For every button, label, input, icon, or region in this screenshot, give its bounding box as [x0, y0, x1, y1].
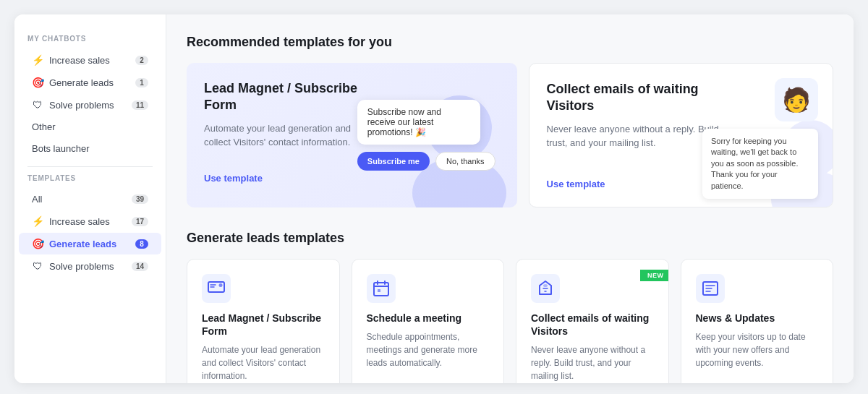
template-card-lead-magnet[interactable]: Lead Magnet / Subscribe Form Automate yo… [187, 259, 340, 383]
template4-title: News & Updates [696, 312, 819, 325]
sidebar-item-increase-sales[interactable]: ⚡ Increase sales 2 [19, 49, 161, 71]
rec-card-collect-emails: Collect emails of waiting Visitors Never… [529, 63, 833, 207]
t-solve-problems-badge: 14 [132, 262, 148, 271]
solve-problems-badge: 11 [132, 100, 148, 110]
svg-rect-7 [378, 289, 380, 292]
template-card-collect-emails[interactable]: NEW Collect emails of waiting Visitors N… [516, 259, 669, 383]
rec-card1-title: Lead Magnet / Subscribe Form [204, 80, 363, 114]
t-solve-problems-label: Solve problems [49, 261, 126, 272]
templates-title: TEMPLATES [14, 174, 166, 188]
no-thanks-button[interactable]: No, thanks [435, 152, 495, 171]
avatar-emoji: 🧑 [782, 86, 811, 114]
template1-title: Lead Magnet / Subscribe Form [202, 312, 325, 338]
recommended-heading: Recommended templates for you [187, 35, 833, 50]
sidebar-item-label: Increase sales [49, 55, 129, 66]
sorry-bubble: Sorry for keeping you waiting, we'll get… [702, 129, 818, 199]
rec-card2-title: Collect emails of waiting Visitors [547, 81, 735, 115]
template2-desc: Schedule appointments, meetings and gene… [367, 330, 490, 369]
template-card-schedule-meeting[interactable]: Schedule a meeting Schedule appointments… [352, 259, 505, 383]
app-container: MY CHATBOTS ⚡ Increase sales 2 🎯 Generat… [14, 14, 854, 383]
increase-sales-icon: ⚡ [32, 54, 43, 66]
solve-problems-icon: 🛡 [32, 99, 43, 111]
sidebar-item-templates-solve-problems[interactable]: 🛡 Solve problems 14 [19, 255, 161, 277]
rec-card1-desc: Automate your lead generation and collec… [204, 121, 363, 150]
lead-magnet-icon [202, 274, 231, 303]
t-increase-sales-icon: ⚡ [32, 215, 43, 227]
main-content: Recommended templates for you Lead Magne… [166, 14, 854, 383]
t-increase-sales-label: Increase sales [49, 216, 126, 227]
all-badge: 39 [132, 194, 148, 204]
template4-desc: Keep your visitors up to date with your … [696, 330, 819, 369]
template2-title: Schedule a meeting [367, 312, 490, 325]
sidebar-item-solve-problems[interactable]: 🛡 Solve problems 11 [19, 94, 161, 116]
chat-preview: Subscribe now and receive our latest pro… [357, 100, 495, 171]
svg-point-5 [219, 283, 223, 287]
t-generate-leads-label: Generate leads [49, 239, 129, 249]
my-chatbots-title: MY CHATBOTS [14, 35, 166, 48]
sidebar: MY CHATBOTS ⚡ Increase sales 2 🎯 Generat… [14, 14, 166, 383]
subscribe-me-button[interactable]: Subscribe me [357, 152, 430, 171]
chat-bubble: Subscribe now and receive our latest pro… [357, 100, 480, 145]
generate-leads-icon: 🎯 [32, 77, 43, 88]
waiting-avatar: 🧑 [775, 78, 818, 121]
sidebar-item-other[interactable]: Other [19, 116, 161, 137]
chat-buttons: Subscribe me No, thanks [357, 152, 495, 171]
rec-card-lead-magnet: Lead Magnet / Subscribe Form Automate yo… [187, 63, 517, 207]
all-label: All [32, 194, 126, 205]
recommended-row: Lead Magnet / Subscribe Form Automate yo… [187, 63, 833, 207]
news-updates-icon [696, 274, 725, 303]
generate-leads-heading: Generate leads templates [187, 231, 833, 246]
sidebar-item-all[interactable]: All 39 [19, 189, 161, 210]
templates-grid: Lead Magnet / Subscribe Form Automate yo… [187, 259, 833, 383]
new-ribbon-badge: NEW [640, 270, 669, 281]
sidebar-item-templates-generate-leads[interactable]: 🎯 Generate leads 8 [19, 233, 161, 254]
sidebar-item-templates-increase-sales[interactable]: ⚡ Increase sales 17 [19, 210, 161, 232]
collect-emails-icon [531, 274, 560, 303]
t-solve-problems-icon: 🛡 [32, 260, 43, 272]
sidebar-divider [27, 166, 153, 167]
sidebar-item-label: Solve problems [49, 100, 126, 111]
template1-desc: Automate your lead generation and collec… [202, 343, 325, 382]
sidebar-item-generate-leads[interactable]: 🎯 Generate leads 1 [19, 72, 161, 93]
svg-rect-6 [374, 283, 388, 296]
template3-title: Collect emails of waiting Visitors [531, 312, 654, 338]
generate-leads-badge: 1 [135, 78, 148, 87]
template3-desc: Never leave anyone without a reply. Buil… [531, 343, 654, 382]
svg-point-8 [543, 284, 548, 287]
sidebar-item-bots-launcher[interactable]: Bots launcher [19, 138, 161, 159]
template-card-news-updates[interactable]: News & Updates Keep your visitors up to … [681, 259, 834, 383]
sidebar-item-label: Generate leads [49, 77, 129, 88]
increase-sales-badge: 2 [135, 56, 148, 65]
t-increase-sales-badge: 17 [132, 217, 148, 226]
schedule-meeting-icon [367, 274, 396, 303]
t-generate-leads-icon: 🎯 [32, 238, 43, 249]
t-generate-leads-badge: 8 [135, 239, 148, 249]
